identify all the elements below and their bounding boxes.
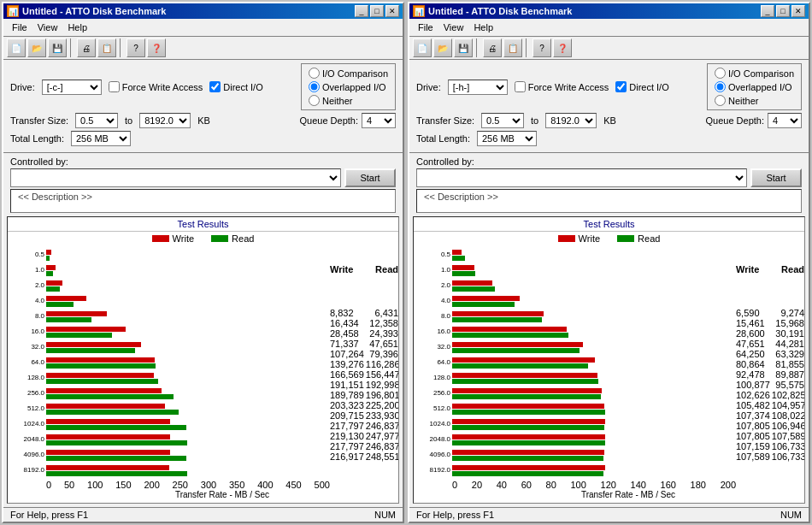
read-bar: [452, 471, 603, 476]
save-btn-left[interactable]: 💾: [48, 38, 67, 57]
bar-group: [452, 434, 736, 445]
read-legend-label-left: Read: [232, 233, 254, 244]
write-val: 80,864: [736, 359, 765, 369]
write-bar: [452, 327, 567, 332]
read-bar: [46, 317, 91, 322]
transfer-from-right[interactable]: 0.5: [481, 113, 524, 128]
overlapped-io-right[interactable]: Overlapped I/O: [715, 81, 794, 92]
drive-select-left[interactable]: [-c-]: [42, 80, 102, 95]
read-val: 246,837: [366, 441, 399, 451]
force-write-check-right[interactable]: [515, 81, 526, 92]
menu-help-right[interactable]: Help: [468, 21, 498, 34]
start-btn-left[interactable]: Start: [344, 168, 396, 187]
overlapped-io-left[interactable]: Overlapped I/O: [309, 81, 388, 92]
chart-legend-left: Write Read: [8, 232, 398, 245]
print2-btn-right[interactable]: 📋: [503, 38, 522, 57]
data-row: 92,47889,887: [736, 369, 804, 380]
data-row: 107,805107,589: [736, 431, 804, 441]
bars-right: [452, 245, 736, 480]
bar-group: [452, 450, 736, 461]
direct-io-check-left[interactable]: [209, 81, 221, 92]
menu-file-left[interactable]: File: [7, 21, 32, 34]
chart-bars-area-left: 0.51.02.04.08.016.032.064.0128.0256.0512…: [8, 245, 398, 480]
direct-io-check-right[interactable]: [615, 81, 627, 92]
open-btn-left[interactable]: 📂: [27, 38, 46, 57]
menu-help-left[interactable]: Help: [62, 21, 92, 34]
statusbar-right: For Help, press F1 NUM: [409, 507, 809, 522]
help-btn-right[interactable]: ❓: [553, 38, 572, 57]
y-label: 4.0: [8, 295, 44, 307]
drive-select-right[interactable]: [-h-]: [448, 80, 508, 95]
y-label: 8192.0: [8, 464, 44, 476]
new-btn-right[interactable]: 📄: [413, 38, 432, 57]
print2-btn-left[interactable]: 📋: [97, 38, 116, 57]
queue-depth-left[interactable]: 4: [362, 113, 396, 128]
queue-depth-right[interactable]: 4: [768, 113, 802, 128]
direct-io-label-left[interactable]: Direct I/O: [209, 81, 262, 92]
io-comparison-left[interactable]: I/O Comparison: [309, 68, 388, 79]
save-btn-right[interactable]: 💾: [454, 38, 473, 57]
close-btn-right[interactable]: ✕: [791, 5, 805, 17]
minimize-btn-right[interactable]: _: [761, 5, 774, 17]
chart-title-left: Test Results: [8, 217, 398, 232]
y-label: 64.0: [8, 357, 44, 369]
y-label: 2048.0: [414, 434, 450, 445]
new-btn-left[interactable]: 📄: [7, 38, 26, 57]
force-write-label-left[interactable]: Force Write Access: [109, 81, 203, 92]
bar-group: [46, 465, 330, 476]
close-btn-left[interactable]: ✕: [385, 5, 399, 17]
direct-io-label-right[interactable]: Direct I/O: [615, 81, 668, 92]
transfer-from-left[interactable]: 0.5: [75, 113, 118, 128]
menu-file-right[interactable]: File: [413, 21, 438, 34]
help-btn-left[interactable]: ❓: [147, 38, 166, 57]
maximize-btn-left[interactable]: □: [370, 5, 384, 17]
print-btn-right[interactable]: 🖨: [483, 38, 502, 57]
read-bar: [46, 348, 135, 353]
controlled-by-select-left[interactable]: [10, 168, 341, 187]
read-bar: [46, 410, 179, 415]
menu-view-left[interactable]: View: [32, 21, 63, 34]
info-btn-right[interactable]: ?: [533, 38, 551, 57]
transfer-unit-left: KB: [197, 115, 210, 126]
minimize-btn-left[interactable]: _: [355, 5, 368, 17]
write-bar: [452, 280, 492, 286]
num-indicator-left: NUM: [374, 510, 396, 520]
data-row: 107,159106,733: [736, 441, 804, 451]
write-val: 139,276: [330, 359, 364, 369]
info-btn-left[interactable]: ?: [127, 38, 145, 57]
read-bar: [452, 302, 515, 307]
force-write-check-left[interactable]: [109, 81, 120, 92]
neither-right[interactable]: Neither: [715, 95, 794, 106]
y-label: 8192.0: [414, 464, 450, 476]
print-btn-left[interactable]: 🖨: [77, 38, 96, 57]
read-val: 47,651: [369, 339, 398, 349]
write-val: 102,626: [736, 390, 770, 400]
open-btn-right[interactable]: 📂: [433, 38, 452, 57]
neither-left[interactable]: Neither: [309, 95, 388, 106]
write-bar: [452, 311, 544, 316]
read-bar: [452, 317, 542, 322]
data-row: 217,797246,837: [330, 421, 398, 431]
write-bar: [452, 388, 602, 393]
controlled-by-right: Controlled by: Start: [409, 153, 809, 189]
io-comparison-right[interactable]: I/O Comparison: [715, 68, 794, 79]
transfer-to-right[interactable]: 8192.0: [545, 113, 597, 128]
read-bar: [46, 471, 187, 476]
bar-group: [452, 327, 736, 338]
read-val: 233,930: [366, 410, 399, 421]
bar-group: [452, 265, 736, 276]
write-val: 28,600: [736, 328, 765, 339]
menu-view-right[interactable]: View: [438, 21, 469, 34]
transfer-to-left[interactable]: 8192.0: [139, 113, 191, 128]
controlled-by-select-right[interactable]: [416, 168, 747, 187]
bar-group: [46, 296, 330, 307]
start-btn-right[interactable]: Start: [750, 168, 802, 187]
write-val: 6,590: [736, 308, 760, 318]
maximize-btn-right[interactable]: □: [776, 5, 790, 17]
read-legend-color-right: [617, 235, 634, 242]
write-val: 216,917: [330, 451, 364, 462]
y-label: 256.0: [8, 387, 44, 399]
total-length-left[interactable]: 256 MB: [71, 131, 131, 146]
force-write-label-right[interactable]: Force Write Access: [515, 81, 609, 92]
total-length-right[interactable]: 256 MB: [477, 131, 537, 146]
